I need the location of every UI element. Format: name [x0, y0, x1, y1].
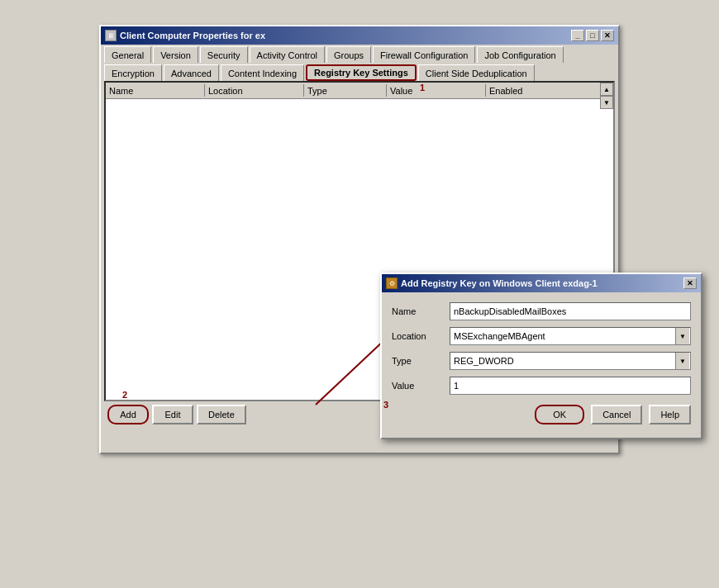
- close-button[interactable]: ✕: [601, 30, 614, 41]
- dialog-location-label: Location: [392, 331, 450, 341]
- col-header-type: Type: [304, 84, 387, 97]
- dialog-value-input[interactable]: [450, 377, 691, 395]
- title-buttons: _ □ ✕: [571, 30, 614, 41]
- scroll-up-arrow[interactable]: ▲: [600, 83, 613, 96]
- dialog-row-location: Location MSExchangeMBAgent: [392, 327, 691, 345]
- scroll-down-arrow[interactable]: ▼: [600, 96, 613, 109]
- tab-groups[interactable]: Groups: [326, 46, 371, 63]
- tab-general[interactable]: General: [104, 46, 151, 63]
- dialog-row-type: Type REG_DWORD REG_SZ REG_BINARY: [392, 352, 691, 370]
- dialog-buttons: 3 OK Cancel Help: [392, 401, 691, 428]
- tab-row-2: Encryption Advanced Content Indexing Reg…: [104, 64, 615, 81]
- window-icon: 🖥: [105, 30, 117, 41]
- minimize-button[interactable]: _: [571, 30, 584, 41]
- dialog-ok-button[interactable]: OK: [535, 405, 584, 424]
- dialog-window: ⚙ Add Registry Key on Windows Client exd…: [380, 273, 702, 439]
- table-header: Name Location Type Value Enabled ▲ ▼: [106, 83, 613, 99]
- tab-registry-key-settings[interactable]: Registry Key Settings: [306, 64, 417, 81]
- dialog-icon: ⚙: [386, 277, 398, 289]
- dialog-title-bar: ⚙ Add Registry Key on Windows Client exd…: [382, 274, 701, 292]
- col-header-name: Name: [106, 84, 205, 97]
- bottom-left-buttons: 2 Add Edit Delete: [107, 405, 246, 424]
- tab-client-side-dedup[interactable]: Client Side Deduplication: [418, 64, 535, 81]
- annotation-2: 2: [122, 390, 127, 400]
- dialog-title-left: ⚙ Add Registry Key on Windows Client exd…: [386, 277, 598, 289]
- tab-firewall-config[interactable]: Firewall Configuration: [373, 46, 475, 63]
- col-header-location: Location: [205, 84, 304, 97]
- tab-security[interactable]: Security: [200, 46, 248, 63]
- dialog-location-select-wrapper: MSExchangeMBAgent: [450, 327, 691, 345]
- tab-advanced[interactable]: Advanced: [164, 64, 219, 81]
- edit-button[interactable]: Edit: [152, 405, 193, 424]
- dialog-type-label: Type: [392, 356, 450, 366]
- col-header-enabled: Enabled: [486, 84, 613, 97]
- annotation-1: 1: [420, 83, 425, 92]
- full-layout: 🖥 Client Computer Properties for ex _ □ …: [0, 0, 719, 588]
- dialog-title-text: Add Registry Key on Windows Client exdag…: [401, 278, 598, 288]
- tab-activity-control[interactable]: Activity Control: [250, 46, 325, 63]
- delete-button[interactable]: Delete: [197, 405, 246, 424]
- title-bar: 🖥 Client Computer Properties for ex _ □ …: [101, 26, 618, 45]
- dialog-title-buttons: ✕: [683, 277, 697, 289]
- window-title: Client Computer Properties for ex: [120, 31, 265, 40]
- dialog-row-name: Name: [392, 302, 691, 320]
- tab-encryption[interactable]: Encryption: [104, 64, 162, 81]
- dialog-type-select-wrapper: REG_DWORD REG_SZ REG_BINARY: [450, 352, 691, 370]
- dialog-row-value: Value: [392, 377, 691, 395]
- dialog-cancel-button[interactable]: Cancel: [591, 405, 642, 424]
- tab-version[interactable]: Version: [153, 46, 198, 63]
- dialog-help-button[interactable]: Help: [649, 405, 691, 424]
- dialog-close-button[interactable]: ✕: [683, 277, 697, 289]
- col-header-value: Value: [387, 84, 486, 97]
- tab-content-indexing[interactable]: Content Indexing: [221, 64, 304, 81]
- tab-row-1: General Version Security Activity Contro…: [104, 46, 615, 63]
- dialog-location-select[interactable]: MSExchangeMBAgent: [450, 327, 691, 345]
- tab-row-1-container: General Version Security Activity Contro…: [101, 45, 618, 63]
- dialog-type-select[interactable]: REG_DWORD REG_SZ REG_BINARY: [450, 352, 691, 370]
- dialog-name-label: Name: [392, 306, 450, 316]
- title-bar-left: 🖥 Client Computer Properties for ex: [105, 30, 265, 41]
- dialog-content: Name Location MSExchangeMBAgent Type REG…: [382, 292, 701, 438]
- annotation-3: 3: [383, 400, 388, 410]
- tab-job-config[interactable]: Job Configuration: [477, 46, 563, 63]
- maximize-button[interactable]: □: [586, 30, 599, 41]
- dialog-value-label: Value: [392, 381, 450, 391]
- dialog-name-input[interactable]: [450, 302, 691, 320]
- scroll-arrows: ▲ ▼: [600, 83, 613, 109]
- tab-row-2-container: Encryption Advanced Content Indexing Reg…: [101, 63, 618, 81]
- add-button[interactable]: Add: [107, 405, 149, 424]
